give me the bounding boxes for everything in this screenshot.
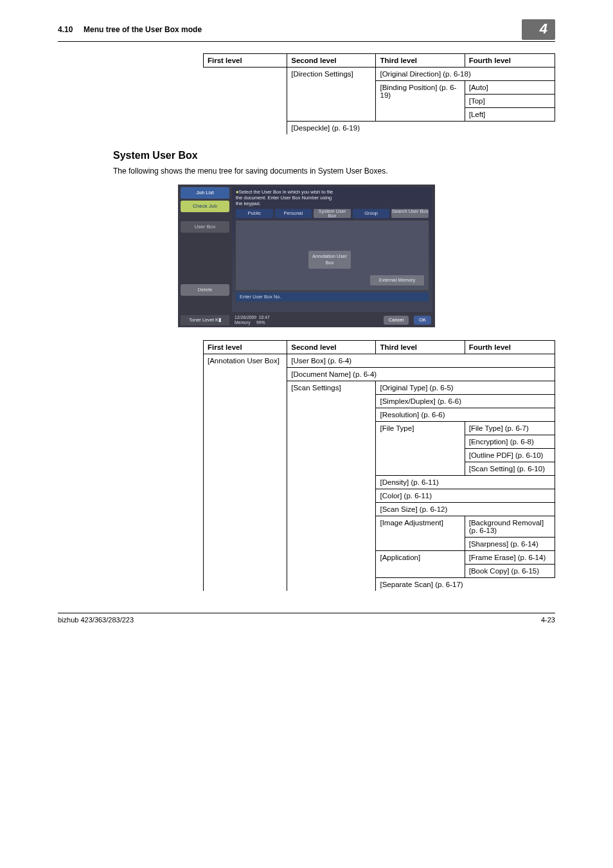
t1-header-third: Third level bbox=[376, 54, 465, 68]
t1-header-first: First level bbox=[204, 54, 287, 68]
t2-header-third: Third level bbox=[376, 341, 465, 354]
t2-document-name: [Document Name] (p. 6-4) bbox=[287, 368, 555, 381]
t2-scan-size: [Scan Size] (p. 6-12) bbox=[376, 503, 555, 516]
check-job-tab[interactable]: Check Job bbox=[181, 201, 229, 212]
t1-blank-first bbox=[204, 68, 287, 135]
tab-search-user-box[interactable]: Search User Box bbox=[391, 209, 429, 218]
t1-header-fourth: Fourth level bbox=[465, 54, 555, 68]
cancel-button[interactable]: Cancel bbox=[384, 316, 409, 325]
menu-tree-table-1: First level Second level Third level Fou… bbox=[203, 53, 555, 134]
t2-encryption: [Encryption] (p. 6-8) bbox=[465, 435, 555, 449]
t1-left: [Left] bbox=[465, 108, 555, 122]
t2-color: [Color] (p. 6-11) bbox=[376, 489, 555, 503]
prompt-line1: Select the User Box in which you wish to… bbox=[239, 189, 333, 195]
t1-top: [Top] bbox=[465, 95, 555, 108]
t1-original-direction: [Original Direction] (p. 6-18) bbox=[376, 68, 555, 81]
userbox-side-label: User Box bbox=[181, 221, 229, 233]
t2-header-fourth: Fourth level bbox=[465, 341, 555, 354]
prompt-text: ●Select the User Box in which you wish t… bbox=[232, 187, 432, 206]
t2-simplex-duplex: [Simplex/Duplex] (p. 6-6) bbox=[376, 395, 555, 408]
menu-tree-table-2: First level Second level Third level Fou… bbox=[203, 340, 555, 591]
t2-separate-scan: [Separate Scan] (p. 6-17) bbox=[376, 578, 555, 592]
t2-file-type: [File Type] bbox=[376, 422, 465, 476]
footer-page: 4-23 bbox=[541, 616, 555, 624]
status-datetime: 12/28/2009 10:47 Memory 99% bbox=[235, 315, 270, 325]
footer-model: bizhub 423/363/283/223 bbox=[58, 616, 134, 624]
t2-frame-erase: [Frame Erase] (p. 6-14) bbox=[465, 551, 555, 565]
ok-button[interactable]: OK bbox=[414, 316, 431, 325]
system-user-box-desc: The following shows the menu tree for sa… bbox=[113, 167, 555, 176]
t1-binding-position: [Binding Position] (p. 6-19) bbox=[376, 81, 465, 122]
t2-application: [Application] bbox=[376, 551, 465, 578]
t1-auto: [Auto] bbox=[465, 81, 555, 95]
t2-background-removal: [Background Removal] (p. 6-13) bbox=[465, 516, 555, 538]
device-screenshot: Job List Check Job User Box Delete ●Sele… bbox=[178, 185, 435, 327]
page-footer: bizhub 423/363/283/223 4-23 bbox=[58, 613, 555, 624]
t2-scan-settings: [Scan Settings] bbox=[287, 381, 376, 592]
t2-density: [Density] (p. 6-11) bbox=[376, 476, 555, 489]
enter-userbox-no-field[interactable]: Enter User Box No. bbox=[236, 293, 429, 302]
t2-user-box: [User Box] (p. 6-4) bbox=[287, 354, 555, 368]
toner-level-label: Toner Level K▮ bbox=[181, 315, 229, 325]
t1-header-second: Second level bbox=[287, 54, 376, 68]
system-user-box-heading: System User Box bbox=[113, 150, 555, 161]
tab-public[interactable]: Public bbox=[236, 209, 273, 218]
t2-annotation-user-box: [Annotation User Box] bbox=[204, 354, 287, 592]
t2-original-type: [Original Type] (p. 6-5) bbox=[376, 381, 555, 395]
prompt-line2: the document. Enter User Box Number usin… bbox=[236, 195, 332, 201]
external-memory-button[interactable]: External Memory bbox=[370, 275, 424, 285]
t1-despeckle: [Despeckle] (p. 6-19) bbox=[287, 122, 555, 135]
header-left: 4.10 Menu tree of the User Box mode bbox=[58, 25, 202, 34]
chapter-badge: 4 bbox=[522, 19, 555, 40]
t2-scan-setting: [Scan Setting] (p. 6-10) bbox=[465, 462, 555, 476]
tab-system-user-box[interactable]: System User Box bbox=[314, 209, 351, 218]
delete-button[interactable]: Delete bbox=[181, 284, 229, 296]
t2-resolution: [Resolution] (p. 6-6) bbox=[376, 408, 555, 422]
t2-image-adjustment: [Image Adjustment] bbox=[376, 516, 465, 551]
t2-outline-pdf: [Outline PDF] (p. 6-10) bbox=[465, 449, 555, 462]
job-list-button[interactable]: Job List bbox=[181, 187, 229, 199]
section-title-text: Menu tree of the User Box mode bbox=[84, 25, 202, 34]
t2-sharpness: [Sharpness] (p. 6-14) bbox=[465, 538, 555, 551]
prompt-line3: the keypad. bbox=[236, 201, 261, 206]
t2-header-second: Second level bbox=[287, 341, 376, 354]
t2-file-type-page: [File Type] (p. 6-7) bbox=[465, 422, 555, 435]
t2-book-copy: [Book Copy] (p. 6-15) bbox=[465, 565, 555, 578]
annotation-user-box-button[interactable]: Annotation User Box bbox=[308, 251, 351, 269]
t1-direction-settings: [Direction Settings] bbox=[287, 68, 376, 122]
section-number: 4.10 bbox=[58, 25, 73, 34]
tab-personal[interactable]: Personal bbox=[275, 209, 312, 218]
t2-header-first: First level bbox=[204, 341, 287, 354]
tab-group[interactable]: Group bbox=[353, 209, 390, 218]
page-header: 4.10 Menu tree of the User Box mode 4 bbox=[58, 19, 555, 42]
